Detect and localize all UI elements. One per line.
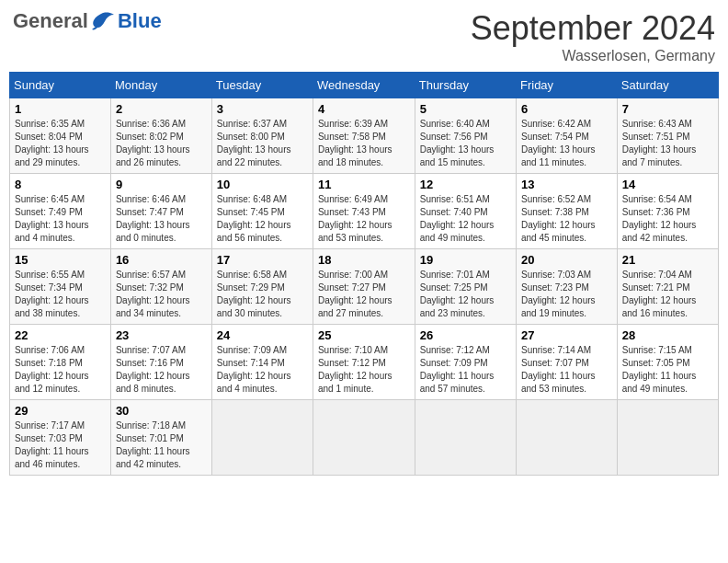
day-info: Sunrise: 6:42 AMSunset: 7:54 PMDaylight:…	[521, 118, 612, 169]
calendar-day-cell: 29Sunrise: 7:17 AMSunset: 7:03 PMDayligh…	[10, 400, 111, 476]
calendar-day-cell: 21Sunrise: 7:04 AMSunset: 7:21 PMDayligh…	[617, 249, 718, 325]
day-number: 20	[521, 253, 612, 267]
day-number: 9	[116, 178, 207, 191]
calendar-day-cell: 18Sunrise: 7:00 AMSunset: 7:27 PMDayligh…	[313, 249, 415, 325]
day-number: 29	[15, 404, 106, 418]
day-info: Sunrise: 6:46 AMSunset: 7:47 PMDaylight:…	[116, 193, 207, 245]
calendar-day-cell: 16Sunrise: 6:57 AMSunset: 7:32 PMDayligh…	[110, 249, 211, 325]
day-number: 25	[318, 328, 410, 342]
calendar-day-cell: 15Sunrise: 6:55 AMSunset: 7:34 PMDayligh…	[10, 249, 111, 325]
day-info: Sunrise: 7:09 AMSunset: 7:14 PMDaylight:…	[217, 344, 308, 396]
logo: General Blue	[13, 9, 162, 33]
day-info: Sunrise: 7:17 AMSunset: 7:03 PMDaylight:…	[15, 419, 106, 471]
col-friday: Friday	[516, 73, 617, 98]
calendar-day-cell: 2Sunrise: 6:36 AMSunset: 8:02 PMDaylight…	[110, 98, 211, 174]
calendar-day-cell: 6Sunrise: 6:42 AMSunset: 7:54 PMDaylight…	[516, 98, 617, 174]
day-info: Sunrise: 6:43 AMSunset: 7:51 PMDaylight:…	[622, 118, 713, 169]
calendar-day-cell: 19Sunrise: 7:01 AMSunset: 7:25 PMDayligh…	[415, 249, 516, 325]
day-number: 1	[15, 102, 106, 116]
calendar-day-cell: 9Sunrise: 6:46 AMSunset: 7:47 PMDaylight…	[110, 174, 211, 249]
month-title: September 2024 Wasserlosen, Germany	[471, 9, 715, 64]
calendar-day-cell: 30Sunrise: 7:18 AMSunset: 7:01 PMDayligh…	[110, 400, 211, 476]
calendar-week-row: 1Sunrise: 6:35 AMSunset: 8:04 PMDaylight…	[10, 98, 719, 174]
calendar-day-cell: 24Sunrise: 7:09 AMSunset: 7:14 PMDayligh…	[211, 325, 313, 400]
day-number: 16	[116, 253, 207, 267]
calendar-day-cell: 4Sunrise: 6:39 AMSunset: 7:58 PMDaylight…	[313, 98, 415, 174]
col-saturday: Saturday	[617, 73, 718, 98]
day-number: 17	[217, 253, 308, 267]
day-number: 10	[217, 178, 308, 191]
day-number: 7	[622, 102, 713, 116]
empty-cell	[415, 400, 516, 476]
calendar-day-cell: 7Sunrise: 6:43 AMSunset: 7:51 PMDaylight…	[617, 98, 718, 174]
day-info: Sunrise: 6:40 AMSunset: 7:56 PMDaylight:…	[420, 118, 511, 169]
day-info: Sunrise: 6:54 AMSunset: 7:36 PMDaylight:…	[622, 193, 713, 245]
day-info: Sunrise: 7:15 AMSunset: 7:05 PMDaylight:…	[622, 344, 713, 396]
day-number: 21	[622, 253, 713, 267]
day-number: 22	[15, 328, 106, 342]
day-number: 8	[15, 178, 106, 191]
col-monday: Monday	[110, 73, 211, 98]
calendar-header-row: Sunday Monday Tuesday Wednesday Thursday…	[10, 73, 719, 98]
day-info: Sunrise: 7:04 AMSunset: 7:21 PMDaylight:…	[622, 269, 713, 320]
day-number: 12	[420, 178, 511, 191]
calendar-day-cell: 27Sunrise: 7:14 AMSunset: 7:07 PMDayligh…	[516, 325, 617, 400]
calendar-table: Sunday Monday Tuesday Wednesday Thursday…	[9, 72, 719, 476]
calendar-day-cell: 13Sunrise: 6:52 AMSunset: 7:38 PMDayligh…	[516, 174, 617, 249]
calendar-day-cell: 5Sunrise: 6:40 AMSunset: 7:56 PMDaylight…	[415, 98, 516, 174]
page-header: General Blue September 2024 Wasserlosen,…	[9, 9, 719, 64]
calendar-day-cell: 11Sunrise: 6:49 AMSunset: 7:43 PMDayligh…	[313, 174, 415, 249]
day-info: Sunrise: 7:03 AMSunset: 7:23 PMDaylight:…	[521, 269, 612, 320]
day-number: 27	[521, 328, 612, 342]
calendar-day-cell: 14Sunrise: 6:54 AMSunset: 7:36 PMDayligh…	[617, 174, 718, 249]
calendar-day-cell: 23Sunrise: 7:07 AMSunset: 7:16 PMDayligh…	[110, 325, 211, 400]
day-number: 23	[116, 328, 207, 342]
day-number: 4	[318, 102, 410, 116]
day-info: Sunrise: 7:06 AMSunset: 7:18 PMDaylight:…	[15, 344, 106, 396]
month-heading: September 2024	[471, 9, 715, 48]
empty-cell	[516, 400, 617, 476]
logo-blue: Blue	[118, 9, 162, 33]
calendar-day-cell: 3Sunrise: 6:37 AMSunset: 8:00 PMDaylight…	[211, 98, 313, 174]
day-number: 13	[521, 178, 612, 191]
day-number: 24	[217, 328, 308, 342]
logo-text: General Blue	[13, 9, 162, 33]
day-info: Sunrise: 6:48 AMSunset: 7:45 PMDaylight:…	[217, 193, 308, 245]
day-number: 6	[521, 102, 612, 116]
calendar-day-cell: 20Sunrise: 7:03 AMSunset: 7:23 PMDayligh…	[516, 249, 617, 325]
logo-bird-icon	[90, 11, 116, 31]
day-info: Sunrise: 7:12 AMSunset: 7:09 PMDaylight:…	[420, 344, 511, 396]
day-number: 11	[318, 178, 410, 191]
calendar-week-row: 22Sunrise: 7:06 AMSunset: 7:18 PMDayligh…	[10, 325, 719, 400]
day-info: Sunrise: 6:57 AMSunset: 7:32 PMDaylight:…	[116, 269, 207, 320]
day-number: 14	[622, 178, 713, 191]
day-number: 18	[318, 253, 410, 267]
day-number: 26	[420, 328, 511, 342]
day-info: Sunrise: 7:10 AMSunset: 7:12 PMDaylight:…	[318, 344, 410, 396]
empty-cell	[313, 400, 415, 476]
col-thursday: Thursday	[415, 73, 516, 98]
col-tuesday: Tuesday	[211, 73, 313, 98]
day-info: Sunrise: 6:49 AMSunset: 7:43 PMDaylight:…	[318, 193, 410, 245]
location-heading: Wasserlosen, Germany	[471, 48, 715, 64]
day-info: Sunrise: 6:45 AMSunset: 7:49 PMDaylight:…	[15, 193, 106, 245]
day-info: Sunrise: 6:35 AMSunset: 8:04 PMDaylight:…	[15, 118, 106, 169]
day-number: 3	[217, 102, 308, 116]
day-info: Sunrise: 6:36 AMSunset: 8:02 PMDaylight:…	[116, 118, 207, 169]
calendar-week-row: 8Sunrise: 6:45 AMSunset: 7:49 PMDaylight…	[10, 174, 719, 249]
day-info: Sunrise: 6:51 AMSunset: 7:40 PMDaylight:…	[420, 193, 511, 245]
day-info: Sunrise: 6:52 AMSunset: 7:38 PMDaylight:…	[521, 193, 612, 245]
calendar-day-cell: 17Sunrise: 6:58 AMSunset: 7:29 PMDayligh…	[211, 249, 313, 325]
day-info: Sunrise: 6:55 AMSunset: 7:34 PMDaylight:…	[15, 269, 106, 320]
day-info: Sunrise: 7:14 AMSunset: 7:07 PMDaylight:…	[521, 344, 612, 396]
day-number: 5	[420, 102, 511, 116]
calendar-day-cell: 25Sunrise: 7:10 AMSunset: 7:12 PMDayligh…	[313, 325, 415, 400]
calendar-day-cell: 26Sunrise: 7:12 AMSunset: 7:09 PMDayligh…	[415, 325, 516, 400]
logo-general: General	[13, 9, 88, 33]
col-wednesday: Wednesday	[313, 73, 415, 98]
col-sunday: Sunday	[10, 73, 111, 98]
day-info: Sunrise: 7:07 AMSunset: 7:16 PMDaylight:…	[116, 344, 207, 396]
day-number: 15	[15, 253, 106, 267]
calendar-day-cell: 28Sunrise: 7:15 AMSunset: 7:05 PMDayligh…	[617, 325, 718, 400]
empty-cell	[617, 400, 718, 476]
